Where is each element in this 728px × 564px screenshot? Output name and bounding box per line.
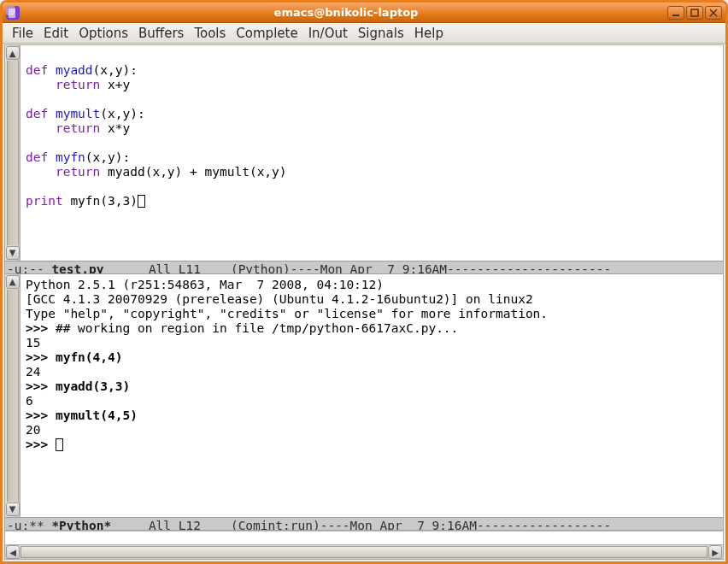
scroll-left-icon[interactable]: ◀ — [6, 545, 20, 559]
scroll-down-icon[interactable]: ▼ — [6, 246, 20, 260]
scroll-thumb[interactable] — [21, 547, 707, 557]
repl-banner: Python 2.5.1 (r251:54863, Mar 7 2008, 04… — [26, 278, 384, 291]
work-area: ▲ ▼ def myadd(x,y): return x+y def mymul… — [4, 44, 724, 560]
repl-line: >>> mymult(4,5) — [26, 408, 138, 422]
scrollbar-vertical-bottom[interactable]: ▲ ▼ — [5, 274, 21, 517]
repl-pane: ▲ ▼ Python 2.5.1 (r251:54863, Mar 7 2008… — [5, 274, 723, 517]
repl-banner: Type "help", "copyright", "credits" or "… — [26, 307, 548, 320]
menu-file[interactable]: File — [8, 24, 38, 43]
buffer-name: *Python* — [51, 519, 111, 531]
repl-output: 15 — [26, 336, 40, 350]
source-line: return x*y — [26, 121, 130, 135]
menu-signals[interactable]: Signals — [354, 24, 408, 43]
svg-rect-0 — [672, 15, 679, 16]
repl-buffer[interactable]: Python 2.5.1 (r251:54863, Mar 7 2008, 04… — [21, 274, 723, 517]
source-line: return x+y — [26, 78, 130, 91]
menu-inout[interactable]: In/Out — [304, 24, 352, 43]
maximize-button[interactable] — [686, 6, 703, 20]
window-titlebar: emacs@bnikolic-laptop — [3, 3, 725, 23]
source-line: print myfn(3,3) — [26, 194, 145, 208]
scroll-track[interactable] — [21, 546, 707, 558]
menu-edit[interactable]: Edit — [39, 24, 73, 43]
menu-complete[interactable]: Complete — [232, 24, 302, 43]
text-cursor — [138, 195, 145, 208]
scroll-right-icon[interactable]: ▶ — [708, 545, 722, 559]
repl-banner: [GCC 4.1.3 20070929 (prerelease) (Ubuntu… — [26, 292, 533, 306]
window-title: emacs@bnikolic-laptop — [25, 6, 667, 19]
echo-area[interactable] — [5, 531, 723, 544]
scrollbar-vertical-top[interactable]: ▲ ▼ — [5, 45, 21, 261]
repl-output: 6 — [26, 394, 33, 408]
source-line: return myadd(x,y) + mymult(x,y) — [26, 165, 287, 179]
menu-help[interactable]: Help — [410, 24, 448, 43]
scroll-up-icon[interactable]: ▲ — [6, 275, 20, 289]
source-line: def myfn(x,y): — [26, 150, 130, 164]
source-line: def mymult(x,y): — [26, 107, 145, 120]
scroll-up-icon[interactable]: ▲ — [6, 46, 20, 60]
repl-line: >>> ## working on region in file /tmp/py… — [26, 321, 458, 335]
repl-line: >>> myfn(4,4) — [26, 350, 123, 364]
repl-output: 24 — [26, 365, 40, 379]
minimize-button[interactable] — [667, 6, 684, 20]
repl-line: >>> — [26, 438, 63, 451]
scrollbar-horizontal[interactable]: ◀ ▶ — [5, 544, 723, 559]
scroll-track[interactable] — [7, 61, 19, 245]
menu-bar: File Edit Options Buffers Tools Complete… — [3, 23, 725, 44]
scroll-track[interactable] — [7, 290, 19, 502]
app-icon — [6, 6, 20, 20]
repl-line: >>> myadd(3,3) — [26, 379, 130, 393]
text-cursor — [56, 438, 63, 451]
mode-line-bottom[interactable]: -u:** *Python* All L12 (Comint:run)----M… — [5, 517, 723, 531]
svg-rect-1 — [691, 9, 698, 16]
repl-output: 20 — [26, 423, 40, 437]
menu-options[interactable]: Options — [74, 24, 132, 43]
mode-line-top[interactable]: -u:-- test.py All L11 (Python)----Mon Ap… — [5, 261, 723, 274]
menu-tools[interactable]: Tools — [190, 24, 230, 43]
close-button[interactable] — [705, 6, 722, 20]
editor-pane: ▲ ▼ def myadd(x,y): return x+y def mymul… — [5, 45, 723, 261]
buffer-name: test.py — [51, 262, 103, 274]
scroll-down-icon[interactable]: ▼ — [6, 502, 20, 516]
editor-buffer[interactable]: def myadd(x,y): return x+y def mymult(x,… — [21, 45, 723, 261]
menu-buffers[interactable]: Buffers — [134, 24, 188, 43]
source-line: def myadd(x,y): — [26, 63, 138, 77]
